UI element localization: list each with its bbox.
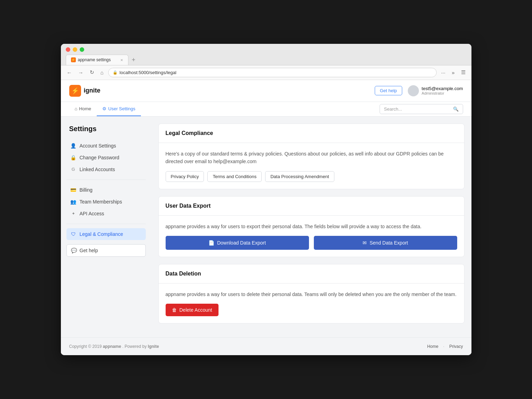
lock-icon: 🔒 (113, 70, 118, 75)
get-help-label: Get help (80, 248, 98, 253)
data-deletion-card: Data Deletion appname provides a way for… (158, 264, 464, 324)
sidebar-item-team-memberships[interactable]: 👥 Team Memberships (66, 196, 146, 208)
sidebar-item-api-access[interactable]: ✦ API Access (66, 208, 146, 220)
header-right: Get help test5@example.com Administrator (375, 85, 463, 96)
data-deletion-body: appname provides a way for users to dele… (159, 284, 464, 323)
app-header: ⚡ ignite Get help test5@example.com Admi… (61, 80, 471, 102)
sidebar-item-label: Team Memberships (80, 199, 122, 205)
delete-account-button[interactable]: 🗑 Delete Account (166, 304, 219, 316)
sidebar-item-account-settings[interactable]: 👤 Account Settings (66, 140, 146, 152)
nav-home-label: Home (79, 106, 91, 111)
brand: ⚡ ignite (69, 85, 101, 97)
home-icon: ⌂ (75, 106, 78, 111)
user-email: test5@example.com (422, 86, 463, 91)
forward-button[interactable]: → (77, 69, 85, 77)
nav-user-settings-label: User Settings (108, 106, 135, 111)
sidebar-item-label: Billing (80, 187, 93, 193)
tab-favicon: ⚡ (71, 57, 76, 62)
legal-compliance-header: Legal Compliance (159, 124, 464, 143)
sidebar-item-billing[interactable]: 💳 Billing (66, 184, 146, 196)
terms-conditions-button[interactable]: Terms and Conditions (207, 171, 262, 182)
footer-dot: · (443, 344, 444, 349)
sidebar-get-help-button[interactable]: 💬 Get help (66, 244, 146, 257)
tab-close-button[interactable]: × (120, 57, 123, 63)
export-buttons: 📄 Download Data Export ✉ Send Data Expor… (166, 236, 457, 250)
footer-home-link[interactable]: Home (427, 344, 438, 349)
policy-buttons: Privacy Policy Terms and Conditions Data… (166, 171, 457, 182)
brand-name: ignite (84, 87, 101, 94)
footer-privacy-link[interactable]: Privacy (449, 344, 463, 349)
sidebar-item-legal-compliance[interactable]: 🛡 Legal & Compliance (66, 228, 146, 240)
sidebar: Settings 👤 Account Settings 🔒 Change Pas… (61, 117, 151, 338)
home-button[interactable]: ⌂ (99, 69, 105, 77)
sidebar-divider-1 (66, 179, 146, 180)
user-data-export-body: appname provides a way for users to expo… (159, 216, 464, 257)
content-area: Legal Compliance Here's a copy of our st… (151, 117, 471, 338)
data-deletion-header: Data Deletion (159, 264, 464, 284)
privacy-policy-button[interactable]: Privacy Policy (166, 171, 204, 182)
nav-links: ⌂ Home ⚙ User Settings (69, 102, 141, 116)
data-deletion-title: Data Deletion (166, 271, 201, 277)
brand-icon: ⚡ (69, 85, 81, 97)
download-data-export-button[interactable]: 📄 Download Data Export (166, 236, 309, 250)
sidebar-item-change-password[interactable]: 🔒 Change Password (66, 152, 146, 163)
user-data-export-desc: appname provides a way for users to expo… (166, 223, 457, 230)
minimize-traffic-light[interactable] (73, 47, 77, 52)
sidebar-title: Settings (66, 125, 146, 133)
person-icon: 👤 (71, 143, 76, 149)
avatar (408, 85, 419, 96)
search-bar[interactable]: Search... 🔍 (380, 104, 463, 114)
sidebar-item-label: Change Password (80, 155, 119, 160)
tab-title: appname settings (78, 57, 111, 62)
lock-icon: 🔒 (71, 155, 76, 160)
back-button[interactable]: ← (65, 69, 74, 77)
user-info: test5@example.com Administrator (408, 85, 463, 96)
google-icon: G (71, 167, 76, 172)
user-data-export-title: User Data Export (166, 203, 211, 209)
get-help-button[interactable]: Get help (375, 86, 402, 95)
billing-icon: 💳 (71, 187, 76, 193)
sidebar-section-billing: 💳 Billing 👥 Team Memberships ✦ API Acces… (66, 184, 146, 220)
new-tab-button[interactable]: + (128, 55, 139, 65)
address-bar[interactable]: 🔒 localhost:5000/settings/legal (108, 68, 437, 77)
download-label: Download Data Export (217, 240, 266, 246)
close-traffic-light[interactable] (66, 47, 70, 52)
legal-compliance-desc: Here's a copy of our standard terms & pr… (166, 150, 457, 166)
maximize-traffic-light[interactable] (80, 47, 84, 52)
url-text: localhost:5000/settings/legal (120, 70, 176, 75)
sidebar-item-label: Legal & Compliance (80, 231, 123, 237)
app-nav: ⌂ Home ⚙ User Settings Search... 🔍 (61, 102, 471, 117)
toolbar-extensions-button[interactable]: » (450, 69, 456, 77)
sidebar-item-label: API Access (80, 211, 104, 216)
browser-tab[interactable]: ⚡ appname settings × (66, 55, 128, 65)
send-data-export-button[interactable]: ✉ Send Data Export (314, 236, 457, 250)
footer-copyright-text: Copyright © 2019 (69, 344, 102, 349)
sidebar-item-label: Linked Accounts (80, 167, 115, 172)
search-icon: 🔍 (453, 106, 459, 112)
download-icon: 📄 (208, 240, 214, 246)
data-processing-button[interactable]: Data Processing Amendment (265, 171, 334, 182)
toolbar-more-button[interactable]: ··· (439, 69, 447, 77)
search-placeholder: Search... (384, 106, 402, 112)
user-details: test5@example.com Administrator (422, 86, 463, 95)
main-layout: Settings 👤 Account Settings 🔒 Change Pas… (61, 117, 471, 338)
toolbar-hamburger-button[interactable]: ☰ (459, 68, 467, 77)
user-data-export-card: User Data Export appname provides a way … (158, 196, 464, 257)
team-icon: 👥 (71, 199, 76, 205)
user-role: Administrator (422, 91, 463, 95)
footer-links: Home · Privacy (427, 344, 463, 349)
sidebar-item-label: Account Settings (80, 143, 116, 149)
settings-icon: ⚙ (102, 106, 106, 111)
send-icon: ✉ (363, 240, 367, 246)
trash-icon: 🗑 (172, 307, 177, 313)
legal-compliance-body: Here's a copy of our standard terms & pr… (159, 143, 464, 189)
app-footer: Copyright © 2019 appname . Powered by Ig… (61, 337, 471, 355)
nav-home[interactable]: ⌂ Home (69, 102, 97, 116)
footer-powered-by: . Powered by (122, 344, 146, 349)
sidebar-section-account: 👤 Account Settings 🔒 Change Password G L… (66, 140, 146, 175)
footer-app-name: appname (103, 344, 121, 349)
legal-compliance-card: Legal Compliance Here's a copy of our st… (158, 123, 464, 189)
reload-button[interactable]: ↻ (88, 68, 96, 77)
sidebar-item-linked-accounts[interactable]: G Linked Accounts (66, 163, 146, 175)
nav-user-settings[interactable]: ⚙ User Settings (97, 102, 141, 116)
